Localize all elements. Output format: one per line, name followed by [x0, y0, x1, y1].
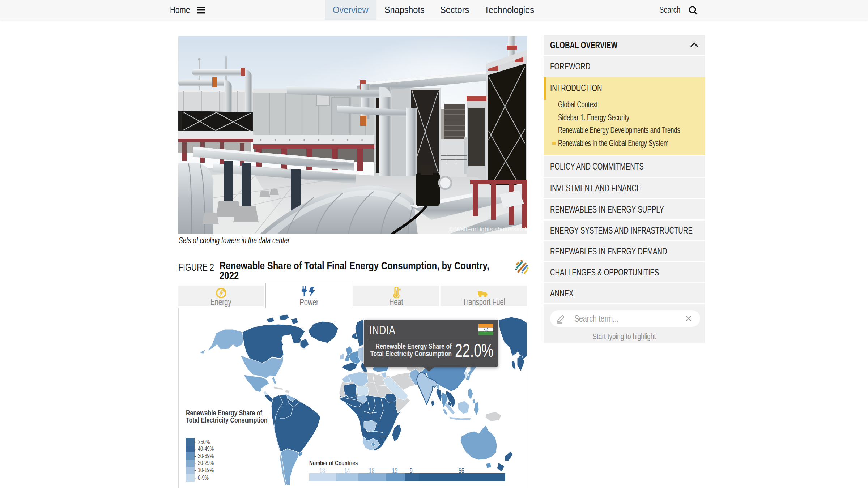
svg-text:© WaltForLights shutterstock.c: © WaltForLights shutterstock.com: [449, 226, 527, 233]
